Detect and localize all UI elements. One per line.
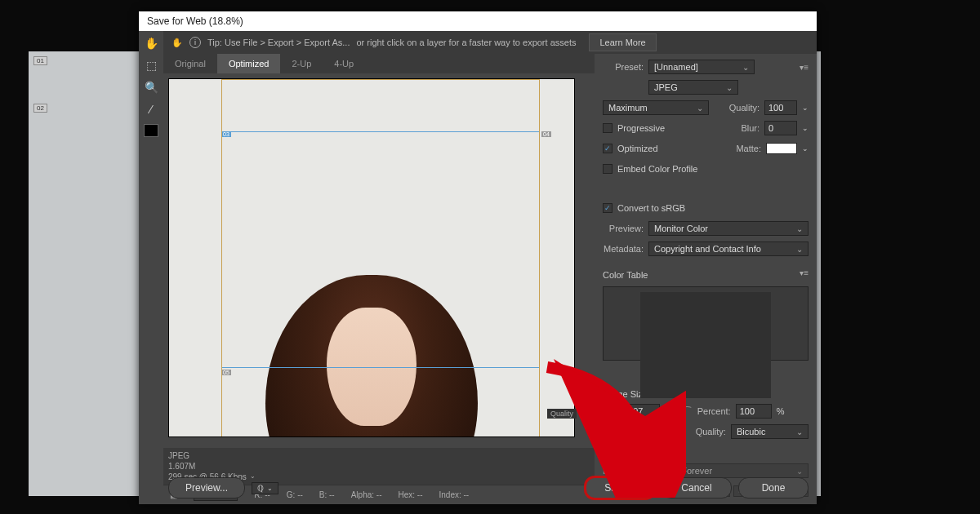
dialog-titlebar: Save for Web (18.8%) [139, 11, 817, 31]
optimized-checkbox[interactable]: ✓ [603, 144, 612, 153]
hand-icon: ✋ [172, 38, 183, 48]
w-label: W: [603, 406, 614, 416]
animation-title: Animation [603, 449, 808, 459]
quality2-label: Quality: [696, 427, 726, 436]
cancel-button[interactable]: Cancel [662, 477, 732, 498]
preview-label: Preview: [603, 224, 644, 233]
height-input[interactable] [619, 424, 660, 439]
save-button[interactable]: Save... [585, 476, 655, 499]
embed-profile-label: Embed Color Profile [617, 164, 697, 174]
chevron-down-icon[interactable]: ⌄ [802, 104, 808, 112]
preset-label: Preset: [603, 62, 644, 72]
quality-badge: Quality [547, 409, 577, 419]
slice-outer [221, 79, 540, 437]
tip-text-2: or right click on a layer for a faster w… [356, 38, 576, 47]
px-label: px [665, 406, 675, 416]
pct-label: % [777, 406, 785, 416]
chevron-down-icon[interactable]: ⌄ [802, 144, 808, 153]
progressive-checkbox[interactable] [603, 123, 612, 133]
status-size: 1.607M [168, 461, 590, 472]
tab-optimized[interactable]: Optimized [217, 54, 281, 73]
percent-input[interactable] [736, 404, 772, 419]
dialog-footer: Preview... ℚ ⌄ Save... Cancel Done [168, 476, 808, 499]
width-input[interactable] [619, 404, 660, 419]
status-format: JPEG [168, 450, 590, 461]
slice-label-04: 04 [541, 131, 551, 137]
color-table-menu-icon[interactable]: ▾≡ [800, 268, 808, 277]
preset-menu-icon[interactable]: ▾≡ [800, 63, 808, 72]
quality-label: Quality: [729, 103, 760, 113]
format-dropdown[interactable]: JPEG [648, 80, 738, 95]
color-swatch[interactable] [144, 124, 158, 137]
tip-text-1: Tip: Use File > Export > Export As... [207, 38, 350, 47]
compression-dropdown[interactable]: Maximum [603, 100, 709, 115]
bg-slice-02: 02 [33, 104, 47, 113]
quality-input[interactable] [764, 100, 797, 115]
tab-original[interactable]: Original [163, 54, 217, 73]
hand-tool[interactable]: ✋ [143, 36, 159, 50]
preview-panel: Original Optimized 2-Up 4-Up 03 04 [163, 54, 595, 504]
matte-label: Matte: [736, 144, 761, 153]
link-icon[interactable]: ]⁀ [681, 406, 691, 417]
bg-slice-01: 01 [33, 56, 47, 65]
loop-label: Looping Options: [603, 466, 670, 476]
tip-bar: ✋ i Tip: Use File > Export > Export As..… [163, 31, 817, 54]
blur-input[interactable] [764, 121, 797, 135]
blur-label: Blur: [741, 123, 760, 133]
srgb-checkbox[interactable]: ✓ [603, 203, 612, 213]
preview-button[interactable]: Preview... [168, 477, 245, 498]
learn-more-button[interactable]: Learn More [589, 33, 656, 51]
eyedropper-tool[interactable]: ⁄ [143, 102, 159, 116]
slice-select-tool[interactable]: ⬚ [143, 58, 159, 72]
chevron-down-icon[interactable]: ⌄ [802, 124, 808, 132]
tab-4up[interactable]: 4-Up [323, 54, 365, 73]
px-label-2: px [665, 427, 675, 436]
view-tabs: Original Optimized 2-Up 4-Up [163, 54, 595, 73]
save-for-web-dialog: Save for Web (18.8%) ✋ ⬚ 🔍 ⁄ ✋ i Tip: Us… [139, 11, 817, 504]
metadata-dropdown[interactable]: Copyright and Contact Info [648, 241, 808, 256]
progressive-label: Progressive [617, 123, 665, 133]
tab-2up[interactable]: 2-Up [280, 54, 323, 73]
color-table-title: Color Table [603, 270, 648, 280]
info-icon: i [189, 37, 201, 48]
preview-canvas[interactable]: 03 04 05 [168, 78, 575, 437]
optimized-label: Optimized [617, 144, 658, 153]
tool-column: ✋ ⬚ 🔍 ⁄ [139, 31, 163, 137]
matte-swatch[interactable] [766, 143, 797, 154]
color-table-area [603, 286, 808, 361]
percent-label: Percent: [697, 406, 731, 416]
h-label: H: [603, 427, 614, 436]
srgb-label: Convert to sRGB [617, 203, 685, 213]
zoom-tool[interactable]: 🔍 [143, 80, 159, 94]
metadata-label: Metadata: [603, 244, 644, 254]
resample-dropdown[interactable]: Bicubic [731, 424, 808, 439]
settings-panel: Preset: [Unnamed] ▾≡ JPEG Maximum Qualit… [595, 54, 817, 504]
done-button[interactable]: Done [738, 477, 808, 498]
embed-profile-checkbox[interactable] [603, 164, 612, 174]
preset-dropdown[interactable]: [Unnamed] [648, 60, 755, 74]
dialog-title: Save for Web (18.8%) [147, 16, 243, 27]
preview-dropdown[interactable]: Monitor Color [648, 221, 808, 236]
browser-preview-dropdown[interactable]: ℚ ⌄ [252, 482, 278, 494]
